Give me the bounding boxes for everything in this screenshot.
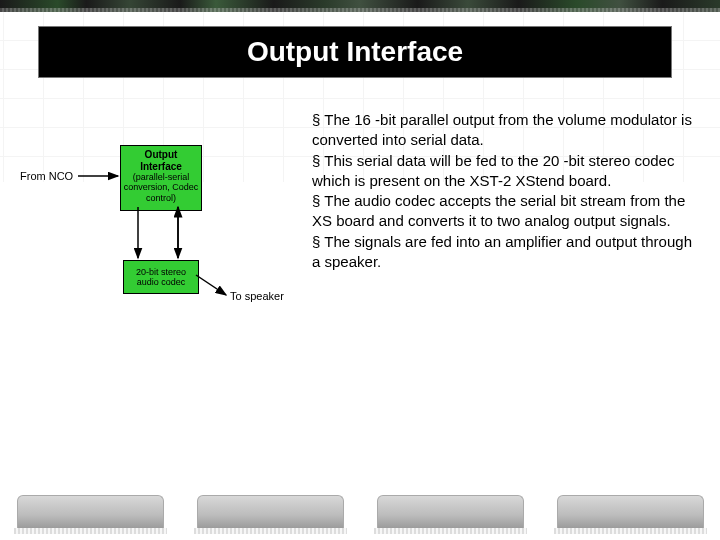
top-decor-strip: [0, 0, 720, 12]
box1-title: Output Interface: [123, 149, 199, 172]
bullet-1: § The 16 -bit parallel output from the v…: [312, 110, 700, 151]
bottom-tab-strip: [0, 486, 720, 528]
box2-label: 20-bit stereo audio codec: [126, 267, 196, 288]
bullet-2: § This serial data will be fed to the 20…: [312, 151, 700, 192]
tab-3[interactable]: [377, 495, 524, 528]
svg-line-5: [196, 275, 226, 295]
output-interface-box: Output Interface (parallel-serial conver…: [120, 145, 202, 211]
tab-1[interactable]: [17, 495, 164, 528]
box1-subtitle: (parallel-serial conversion, Codec contr…: [123, 172, 199, 203]
tab-4[interactable]: [557, 495, 704, 528]
bullet-4: § The signals are fed into an amplifier …: [312, 232, 700, 273]
bullet-3: § The audio codec accepts the serial bit…: [312, 191, 700, 232]
tab-2[interactable]: [197, 495, 344, 528]
diagram-area: From NCO Output Interface (parallel-seri…: [20, 130, 300, 350]
slide-title-bar: Output Interface: [38, 26, 672, 78]
audio-codec-box: 20-bit stereo audio codec: [123, 260, 199, 294]
slide-title: Output Interface: [247, 36, 463, 68]
from-nco-label: From NCO: [20, 170, 73, 182]
bullet-text-block: § The 16 -bit parallel output from the v…: [312, 110, 700, 272]
to-speaker-label: To speaker: [230, 290, 284, 302]
